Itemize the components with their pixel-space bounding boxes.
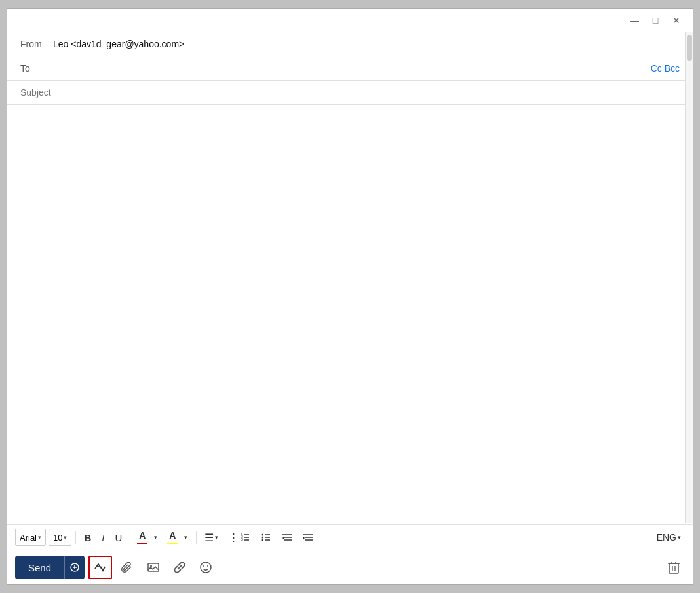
from-value: Leo <dav1d_gear@yahoo.com> (53, 39, 680, 49)
window-controls: — □ ✕ (625, 12, 686, 28)
to-label: To (20, 63, 53, 73)
bullet-list-button[interactable] (257, 529, 275, 546)
align-button[interactable]: ☰ ▾ (201, 529, 222, 546)
font-family-dropdown[interactable]: Arial ▾ (15, 529, 46, 546)
toolbar-separator-2 (130, 531, 130, 544)
numbered-list-icon: ⋮ (229, 531, 239, 543)
spell-check-icon (94, 561, 107, 574)
to-input[interactable] (53, 63, 651, 73)
font-family-arrow-icon: ▾ (38, 534, 41, 541)
svg-point-28 (201, 562, 211, 573)
italic-button[interactable]: I (98, 529, 108, 546)
font-size-value: 10 (53, 533, 62, 542)
to-row: To Cc Bcc (7, 56, 693, 81)
increase-indent-svg-icon (303, 532, 313, 542)
align-icon: ☰ (204, 531, 214, 544)
toolbar-separator-1 (75, 531, 76, 544)
font-size-dropdown[interactable]: 10 ▾ (49, 529, 71, 546)
scrollbar[interactable] (685, 32, 693, 523)
send-group: Send (15, 556, 85, 579)
image-icon (147, 561, 160, 574)
decrease-indent-svg-icon (282, 532, 292, 542)
align-arrow-icon: ▾ (215, 534, 218, 541)
numbered-list-svg-icon: 123 (240, 532, 250, 542)
minimize-button[interactable]: — (625, 12, 644, 28)
emoji-icon (199, 561, 212, 574)
spell-check-button[interactable] (88, 556, 112, 579)
action-bar: Send (7, 550, 693, 584)
svg-rect-31 (669, 563, 678, 573)
send-options-icon (70, 563, 79, 572)
svg-text:3: 3 (241, 537, 243, 541)
attachment-button[interactable] (116, 556, 138, 579)
decrease-indent-button[interactable] (278, 529, 296, 546)
svg-rect-25 (148, 563, 159, 571)
highlight-button[interactable]: A (165, 529, 180, 546)
font-color-button[interactable]: A (134, 529, 150, 546)
send-button[interactable]: Send (15, 556, 64, 579)
font-color-dropdown-arrow-icon: ▾ (154, 534, 157, 541)
svg-marker-15 (282, 537, 284, 539)
compose-window: — □ ✕ From Leo <dav1d_gear@yahoo.com> To… (7, 8, 693, 585)
svg-point-7 (262, 537, 263, 539)
subject-input[interactable] (20, 87, 680, 98)
attachment-icon (121, 561, 134, 574)
trash-icon (667, 560, 680, 575)
highlight-arrow-button[interactable]: ▾ (183, 529, 192, 546)
titlebar: — □ ✕ (7, 9, 693, 32)
svg-line-27 (178, 565, 182, 569)
toolbar-separator-3 (196, 531, 197, 544)
font-color-bar (137, 543, 147, 544)
from-row: From Leo <dav1d_gear@yahoo.com> (7, 32, 693, 56)
bold-button[interactable]: B (80, 529, 95, 546)
highlight-dropdown-arrow-icon: ▾ (184, 534, 187, 541)
emoji-button[interactable] (195, 556, 217, 579)
svg-marker-19 (303, 537, 305, 539)
underline-button[interactable]: U (111, 529, 126, 546)
close-button[interactable]: ✕ (667, 12, 686, 28)
svg-point-29 (203, 565, 204, 567)
maximize-button[interactable]: □ (646, 12, 665, 28)
subject-row (7, 81, 693, 105)
font-color-arrow-button[interactable]: ▾ (153, 529, 162, 546)
svg-point-6 (262, 534, 263, 536)
language-button[interactable]: ENG ▾ (653, 529, 685, 546)
font-family-value: Arial (20, 533, 37, 542)
highlight-bar (167, 543, 178, 544)
font-size-arrow-icon: ▾ (64, 534, 67, 541)
increase-indent-button[interactable] (299, 529, 317, 546)
numbered-list-button[interactable]: ⋮ 123 (225, 529, 254, 546)
scrollbar-thumb (687, 35, 692, 61)
link-button[interactable] (168, 556, 191, 579)
language-label: ENG (657, 532, 676, 542)
font-color-icon: A (139, 530, 146, 541)
from-label: From (20, 39, 53, 49)
link-icon (173, 561, 186, 574)
formatting-toolbar: Arial ▾ 10 ▾ B I U A ▾ A ▾ (7, 524, 693, 550)
body-area (7, 105, 693, 524)
cc-bcc-button[interactable]: Cc Bcc (651, 63, 680, 73)
bullet-list-svg-icon (261, 532, 271, 542)
svg-point-8 (262, 539, 263, 541)
body-textarea[interactable] (20, 113, 680, 516)
highlight-icon: A (169, 530, 176, 541)
image-button[interactable] (142, 556, 165, 579)
delete-button[interactable] (663, 556, 685, 579)
send-options-button[interactable] (64, 556, 85, 579)
language-arrow-icon: ▾ (678, 534, 681, 541)
svg-point-26 (150, 565, 152, 567)
svg-point-30 (207, 565, 208, 567)
